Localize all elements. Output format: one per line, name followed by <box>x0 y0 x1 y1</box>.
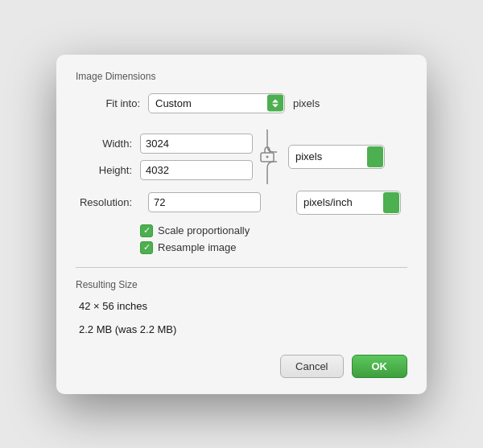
image-dimensions-section: Image Dimensions Fit into: Custom 640×48… <box>76 71 407 268</box>
resample-image-label: Resample image <box>158 241 237 253</box>
resulting-size-label: Resulting Size <box>76 279 407 290</box>
image-dimensions-label: Image Dimensions <box>76 71 407 82</box>
width-row: Width: <box>76 134 253 154</box>
fit-into-row: Fit into: Custom 640×480 800×600 1024×76… <box>92 93 407 113</box>
fit-into-units-label: pixels <box>293 97 320 109</box>
buttons-row: Cancel OK <box>76 347 407 378</box>
units-select-wrapper: pixels inches cm mm <box>288 145 385 169</box>
width-label: Width: <box>76 138 132 150</box>
resample-image-checkbox[interactable]: ✓ <box>140 241 153 254</box>
cancel-button[interactable]: Cancel <box>280 355 343 378</box>
resolution-input[interactable] <box>148 192 261 212</box>
checkboxes-area: ✓ Scale proportionally ✓ Resample image <box>140 224 407 254</box>
resulting-dimensions: 42 × 56 inches <box>79 300 407 312</box>
resolution-label: Resolution: <box>76 196 132 208</box>
fit-into-select[interactable]: Custom 640×480 800×600 1024×768 1920×108… <box>148 93 285 113</box>
chevron-down-icon <box>272 104 279 107</box>
scale-proportionally-checkbox[interactable]: ✓ <box>140 224 153 237</box>
fit-into-label: Fit into: <box>92 97 140 109</box>
height-row: Height: <box>76 160 253 180</box>
resulting-file-size: 2.2 MB (was 2.2 MB) <box>79 323 407 335</box>
fit-into-select-wrapper: Custom 640×480 800×600 1024×768 1920×108… <box>148 93 285 113</box>
resolution-units-chevron-button[interactable] <box>383 192 399 213</box>
scale-proportionally-row: ✓ Scale proportionally <box>140 224 407 237</box>
svg-point-1 <box>266 155 269 158</box>
image-dimensions-dialog: Image Dimensions Fit into: Custom 640×48… <box>56 55 427 394</box>
fit-into-chevron-button[interactable] <box>267 95 283 112</box>
height-input[interactable] <box>140 160 253 180</box>
units-chevron-button[interactable] <box>367 146 383 167</box>
checkmark-icon-2: ✓ <box>143 243 151 252</box>
ok-button[interactable]: OK <box>352 355 408 378</box>
width-input[interactable] <box>140 134 253 154</box>
resulting-size-section: Resulting Size 42 × 56 inches 2.2 MB (wa… <box>76 268 407 335</box>
height-label: Height: <box>76 164 132 176</box>
resample-image-row: ✓ Resample image <box>140 241 407 254</box>
resolution-row: Resolution: pixels/inch pixels/cm <box>76 191 407 215</box>
resolution-units-wrapper: pixels/inch pixels/cm <box>296 191 401 215</box>
lock-bracket <box>256 129 279 184</box>
checkmark-icon: ✓ <box>143 226 151 235</box>
wh-fields: Width: Height: <box>76 134 253 180</box>
chevron-up-icon <box>272 99 279 102</box>
scale-proportionally-label: Scale proportionally <box>158 224 250 236</box>
